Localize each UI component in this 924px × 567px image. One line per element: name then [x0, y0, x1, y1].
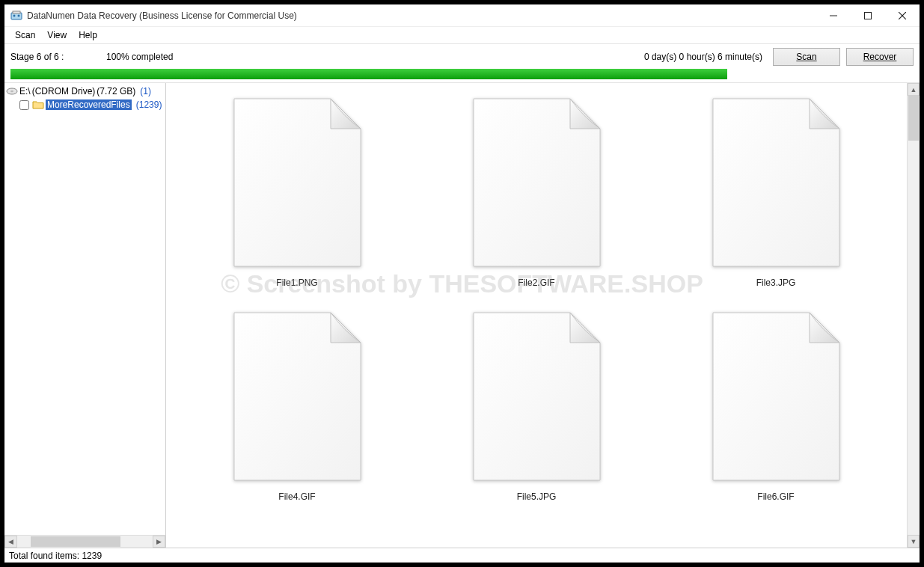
close-button[interactable]: [885, 4, 920, 26]
elapsed-label: 0 day(s) 0 hour(s) 6 minute(s): [644, 52, 767, 62]
hscroll-thumb[interactable]: [31, 536, 120, 547]
files-scroll: File1.PNG File2.GIF File3.JPG File4.GIF: [166, 83, 907, 548]
minimize-button[interactable]: [816, 4, 851, 26]
progress-row: Stage 6 of 6 : 100% completed 0 day(s) 0…: [4, 43, 920, 69]
file-label: File1.PNG: [276, 278, 317, 288]
scan-button-label: Scan: [796, 52, 816, 62]
folder-count: (1239): [136, 99, 162, 110]
file-icon: [232, 96, 363, 269]
file-item[interactable]: File3.JPG: [690, 96, 862, 288]
sidebar-hscroll[interactable]: ◀ ▶: [4, 535, 165, 548]
file-item[interactable]: File2.GIF: [450, 96, 622, 288]
svg-point-3: [18, 14, 20, 16]
svg-point-2: [13, 14, 16, 16]
file-item[interactable]: File6.GIF: [690, 310, 862, 502]
menu-help[interactable]: Help: [73, 28, 103, 42]
drive-path: E:\: [19, 86, 31, 96]
percent-label: 100% completed: [106, 52, 196, 62]
folder-name: MoreRecoveredFiles: [46, 99, 132, 110]
folder-icon: [32, 99, 44, 110]
drive-count: (1): [140, 86, 151, 96]
svg-rect-5: [865, 12, 872, 19]
vscroll-down-icon[interactable]: ▼: [908, 535, 920, 548]
vscroll-thumb[interactable]: [908, 96, 919, 141]
file-label: File5.JPG: [517, 491, 557, 502]
tree: E:\ (CDROM Drive) (7.72 GB) (1) MoreReco…: [4, 83, 165, 535]
status-text: Total found items: 1239: [9, 551, 102, 561]
folder-checkbox[interactable]: [19, 100, 29, 110]
file-item[interactable]: File1.PNG: [211, 96, 383, 288]
drive-size: (7.72 GB): [97, 86, 135, 96]
file-item[interactable]: File5.JPG: [450, 310, 622, 502]
svg-point-9: [10, 91, 13, 92]
body: E:\ (CDROM Drive) (7.72 GB) (1) MoreReco…: [4, 82, 920, 548]
files-grid: File1.PNG File2.GIF File3.JPG File4.GIF: [166, 83, 907, 515]
hscroll-right-icon[interactable]: ▶: [153, 536, 165, 548]
file-icon: [471, 96, 602, 269]
titlebar: DataNumen Data Recovery (Business Licens…: [4, 4, 920, 27]
file-label: File6.GIF: [757, 491, 794, 502]
drive-desc: (CDROM Drive): [32, 86, 96, 96]
tree-drive-row[interactable]: E:\ (CDROM Drive) (7.72 GB) (1): [6, 85, 164, 98]
maximize-button[interactable]: [851, 4, 885, 26]
recover-button-label: Recover: [863, 52, 897, 62]
files-vscroll[interactable]: ▲ ▼: [907, 83, 920, 548]
file-icon: [232, 310, 363, 482]
file-icon: [711, 96, 842, 269]
file-label: File2.GIF: [518, 278, 554, 288]
window-controls: [816, 4, 920, 26]
progress-bar: [10, 69, 727, 79]
hscroll-left-icon[interactable]: ◀: [4, 536, 17, 548]
tree-folder-row[interactable]: MoreRecoveredFiles (1239): [6, 98, 164, 111]
menu-scan[interactable]: Scan: [9, 28, 41, 42]
drive-icon: [6, 86, 18, 96]
vscroll-track[interactable]: [908, 96, 920, 535]
stage-label: Stage 6 of 6 :: [10, 52, 100, 62]
hscroll-track[interactable]: [17, 536, 153, 548]
file-label: File4.GIF: [278, 491, 315, 502]
statusbar: Total found items: 1239: [4, 548, 920, 563]
window-title: DataNumen Data Recovery (Business Licens…: [27, 10, 297, 21]
files-wrap: File1.PNG File2.GIF File3.JPG File4.GIF: [166, 83, 920, 548]
menu-view[interactable]: View: [41, 28, 73, 42]
recover-button[interactable]: Recover: [846, 48, 914, 66]
vscroll-up-icon[interactable]: ▲: [908, 83, 920, 96]
scan-button[interactable]: Scan: [773, 48, 840, 66]
svg-rect-1: [13, 11, 20, 13]
file-icon: [471, 310, 602, 482]
file-item[interactable]: File4.GIF: [211, 310, 383, 502]
file-icon: [711, 310, 842, 482]
progress-bar-fill: [10, 69, 727, 79]
file-label: File3.JPG: [756, 278, 796, 288]
app-icon: [10, 10, 22, 22]
menubar: Scan View Help: [4, 27, 920, 43]
sidebar: E:\ (CDROM Drive) (7.72 GB) (1) MoreReco…: [4, 83, 166, 548]
app-window: DataNumen Data Recovery (Business Licens…: [0, 0, 924, 567]
